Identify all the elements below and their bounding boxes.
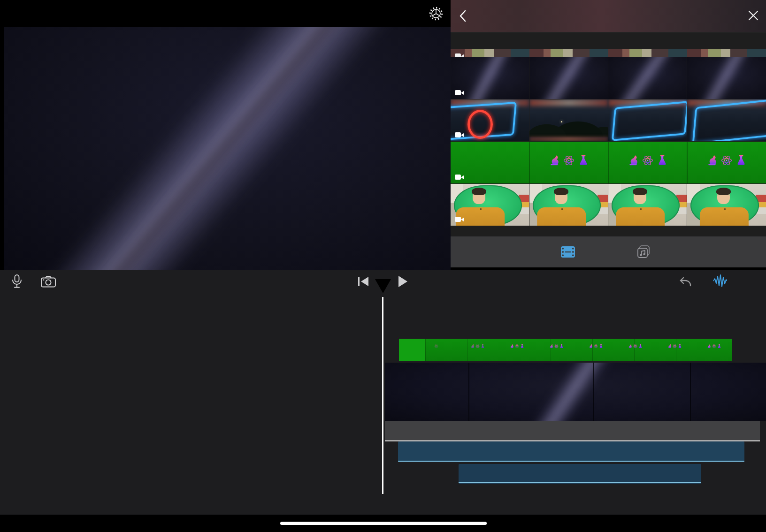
tab-media[interactable] (560, 246, 581, 258)
filmstrip-icon (560, 246, 575, 258)
science-icons-group (469, 343, 485, 349)
timeline-secondary-bar[interactable] (385, 421, 760, 441)
microscope-icon (706, 153, 718, 168)
science-icons-group (509, 343, 525, 349)
microscope-icon (628, 153, 639, 168)
atom-icon (721, 153, 732, 168)
presenter-thumb[interactable] (687, 184, 766, 226)
starry-thumb[interactable] (687, 57, 766, 99)
starry-thumb[interactable] (608, 57, 687, 99)
audio-waveform-button[interactable] (713, 274, 727, 288)
science-icons-group (706, 343, 722, 349)
video-camera-badge-icon (455, 53, 461, 57)
media-row-starry[interactable] (451, 57, 766, 99)
playhead-line[interactable] (382, 297, 383, 494)
music-note-icon (636, 245, 651, 258)
back-chevron-icon (459, 10, 466, 22)
neon-thumb-open-zoom[interactable] (687, 99, 766, 141)
undo-button[interactable] (677, 275, 692, 288)
science-icons-group (627, 343, 643, 349)
settings-gear-icon[interactable] (429, 6, 444, 21)
video-camera-badge-icon (455, 217, 461, 222)
neon-thumb-open[interactable] (608, 99, 687, 141)
flask-icon (735, 153, 747, 168)
audio-clip-jet[interactable] (459, 464, 701, 484)
presenter-thumb[interactable] (529, 184, 608, 226)
atom-icon (642, 153, 653, 168)
neon-thumb-sky[interactable] (529, 99, 608, 141)
video-camera-badge-icon (455, 90, 461, 95)
media-browser-header (451, 0, 766, 32)
project-top-bar (0, 0, 451, 27)
skip-to-start-button[interactable] (357, 276, 369, 287)
science-icons-group (548, 151, 590, 168)
camera-button[interactable] (40, 275, 56, 288)
imovie-app (0, 0, 766, 532)
media-browser-panel (451, 0, 766, 267)
playhead-marker-icon (375, 279, 391, 293)
science-icons-group (428, 343, 444, 349)
timeline-video-clip[interactable] (385, 363, 766, 421)
bottom-bezel (0, 515, 766, 532)
presenter-thumb[interactable] (608, 184, 687, 226)
tab-audio[interactable] (636, 245, 656, 258)
media-tab-bar (451, 236, 766, 267)
science-icons-group (588, 343, 604, 349)
science-icons-group (666, 343, 682, 349)
media-row-presenter[interactable] (451, 184, 766, 226)
science-icons-group (627, 151, 668, 168)
video-camera-badge-icon (455, 132, 461, 137)
timeline-area (0, 270, 766, 515)
audio-clip-sf[interactable] (398, 441, 744, 462)
science-icons-group (706, 151, 747, 168)
science-icons-group (548, 343, 564, 349)
flask-icon (578, 153, 589, 168)
flask-icon (657, 153, 668, 168)
media-row-partial[interactable] (451, 49, 766, 57)
voiceover-mic-button[interactable] (10, 274, 23, 289)
video-preview[interactable] (4, 27, 451, 270)
media-row-title-card[interactable] (451, 142, 766, 183)
atom-icon (563, 153, 574, 168)
play-button[interactable] (396, 275, 409, 288)
timeline-title-card-clip[interactable] (399, 339, 732, 361)
media-row-neon-open[interactable] (451, 99, 766, 141)
microscope-icon (549, 153, 560, 168)
close-icon[interactable] (747, 9, 759, 22)
back-to-videos-button[interactable] (459, 8, 470, 23)
video-camera-badge-icon (455, 175, 461, 180)
starry-thumb[interactable] (529, 57, 608, 99)
home-indicator[interactable] (280, 522, 487, 525)
